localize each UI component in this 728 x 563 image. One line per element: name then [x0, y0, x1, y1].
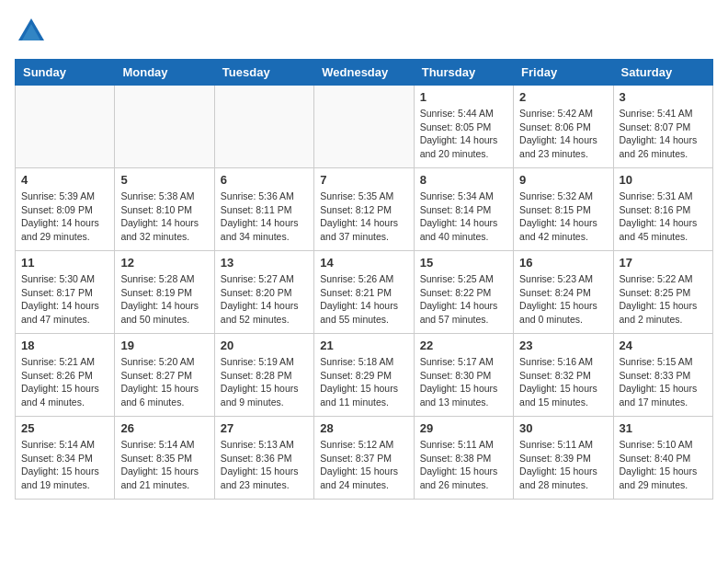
day-info: Sunrise: 5:28 AM Sunset: 8:19 PM Dayligh… [120, 272, 208, 327]
calendar-body: 1Sunrise: 5:44 AM Sunset: 8:05 PM Daylig… [16, 86, 713, 500]
week-row-5: 25Sunrise: 5:14 AM Sunset: 8:34 PM Dayli… [16, 417, 713, 500]
calendar-cell [115, 86, 214, 168]
day-info: Sunrise: 5:14 AM Sunset: 8:34 PM Dayligh… [21, 438, 108, 492]
calendar-cell: 1Sunrise: 5:44 AM Sunset: 8:05 PM Daylig… [414, 86, 513, 168]
calendar-cell: 3Sunrise: 5:41 AM Sunset: 8:07 PM Daylig… [613, 86, 712, 168]
day-info: Sunrise: 5:22 AM Sunset: 8:25 PM Dayligh… [620, 272, 707, 327]
calendar-table: SundayMondayTuesdayWednesdayThursdayFrid… [15, 59, 713, 500]
calendar-cell: 30Sunrise: 5:11 AM Sunset: 8:39 PM Dayli… [514, 417, 613, 500]
day-number: 27 [221, 421, 308, 435]
calendar-cell: 7Sunrise: 5:35 AM Sunset: 8:12 PM Daylig… [314, 168, 414, 251]
day-info: Sunrise: 5:16 AM Sunset: 8:32 PM Dayligh… [519, 355, 607, 409]
day-number: 28 [320, 421, 407, 435]
day-info: Sunrise: 5:38 AM Sunset: 8:10 PM Dayligh… [120, 190, 208, 244]
calendar-cell: 10Sunrise: 5:31 AM Sunset: 8:16 PM Dayli… [613, 168, 712, 251]
day-number: 31 [620, 421, 707, 435]
calendar-cell: 20Sunrise: 5:19 AM Sunset: 8:28 PM Dayli… [214, 334, 313, 417]
day-info: Sunrise: 5:12 AM Sunset: 8:37 PM Dayligh… [320, 438, 407, 492]
day-number: 26 [120, 421, 208, 435]
day-number: 23 [519, 339, 607, 352]
calendar-cell: 12Sunrise: 5:28 AM Sunset: 8:19 PM Dayli… [115, 251, 214, 334]
header-day-saturday: Saturday [613, 60, 712, 86]
day-info: Sunrise: 5:42 AM Sunset: 8:06 PM Dayligh… [519, 107, 607, 161]
logo [15, 15, 53, 48]
day-info: Sunrise: 5:44 AM Sunset: 8:05 PM Dayligh… [420, 107, 507, 161]
header-day-wednesday: Wednesday [314, 60, 414, 86]
week-row-3: 11Sunrise: 5:30 AM Sunset: 8:17 PM Dayli… [16, 251, 713, 334]
header-day-sunday: Sunday [16, 60, 115, 86]
day-info: Sunrise: 5:31 AM Sunset: 8:16 PM Dayligh… [620, 190, 707, 244]
calendar-cell: 4Sunrise: 5:39 AM Sunset: 8:09 PM Daylig… [16, 168, 115, 251]
day-info: Sunrise: 5:39 AM Sunset: 8:09 PM Dayligh… [21, 190, 108, 244]
calendar-cell: 23Sunrise: 5:16 AM Sunset: 8:32 PM Dayli… [514, 334, 613, 417]
calendar-cell: 28Sunrise: 5:12 AM Sunset: 8:37 PM Dayli… [314, 417, 414, 500]
calendar-cell: 13Sunrise: 5:27 AM Sunset: 8:20 PM Dayli… [214, 251, 313, 334]
day-info: Sunrise: 5:10 AM Sunset: 8:40 PM Dayligh… [620, 438, 707, 492]
calendar-cell: 26Sunrise: 5:14 AM Sunset: 8:35 PM Dayli… [115, 417, 214, 500]
calendar-cell [314, 86, 414, 168]
calendar-cell: 22Sunrise: 5:17 AM Sunset: 8:30 PM Dayli… [414, 334, 513, 417]
day-number: 11 [21, 256, 108, 270]
calendar-cell [16, 86, 115, 168]
page-header [15, 15, 713, 48]
day-number: 29 [420, 421, 507, 435]
day-number: 5 [120, 173, 208, 187]
day-number: 21 [320, 339, 407, 352]
day-info: Sunrise: 5:17 AM Sunset: 8:30 PM Dayligh… [420, 355, 507, 409]
day-number: 3 [620, 90, 707, 104]
day-number: 12 [120, 256, 208, 270]
day-info: Sunrise: 5:11 AM Sunset: 8:38 PM Dayligh… [420, 438, 507, 492]
day-number: 17 [620, 256, 707, 270]
day-number: 14 [320, 256, 407, 270]
day-number: 25 [21, 421, 108, 435]
day-number: 24 [620, 339, 707, 352]
day-number: 9 [519, 173, 607, 187]
day-info: Sunrise: 5:35 AM Sunset: 8:12 PM Dayligh… [320, 190, 407, 244]
day-number: 16 [519, 256, 607, 270]
day-info: Sunrise: 5:32 AM Sunset: 8:15 PM Dayligh… [519, 190, 607, 244]
day-number: 8 [420, 173, 507, 187]
header-day-friday: Friday [514, 60, 613, 86]
calendar-cell: 16Sunrise: 5:23 AM Sunset: 8:24 PM Dayli… [514, 251, 613, 334]
day-number: 20 [221, 339, 308, 352]
day-number: 18 [21, 339, 108, 352]
day-info: Sunrise: 5:18 AM Sunset: 8:29 PM Dayligh… [320, 355, 407, 409]
calendar-cell: 8Sunrise: 5:34 AM Sunset: 8:14 PM Daylig… [414, 168, 513, 251]
day-info: Sunrise: 5:21 AM Sunset: 8:26 PM Dayligh… [21, 355, 108, 409]
calendar-cell: 11Sunrise: 5:30 AM Sunset: 8:17 PM Dayli… [16, 251, 115, 334]
day-info: Sunrise: 5:34 AM Sunset: 8:14 PM Dayligh… [420, 190, 507, 244]
calendar-cell [214, 86, 313, 168]
calendar-cell: 31Sunrise: 5:10 AM Sunset: 8:40 PM Dayli… [613, 417, 712, 500]
calendar-cell: 17Sunrise: 5:22 AM Sunset: 8:25 PM Dayli… [613, 251, 712, 334]
calendar-cell: 25Sunrise: 5:14 AM Sunset: 8:34 PM Dayli… [16, 417, 115, 500]
calendar-cell: 6Sunrise: 5:36 AM Sunset: 8:11 PM Daylig… [214, 168, 313, 251]
day-number: 2 [519, 90, 607, 104]
day-number: 15 [420, 256, 507, 270]
day-info: Sunrise: 5:14 AM Sunset: 8:35 PM Dayligh… [120, 438, 208, 492]
day-number: 10 [620, 173, 707, 187]
day-number: 30 [519, 421, 607, 435]
week-row-4: 18Sunrise: 5:21 AM Sunset: 8:26 PM Dayli… [16, 334, 713, 417]
day-info: Sunrise: 5:13 AM Sunset: 8:36 PM Dayligh… [221, 438, 308, 492]
day-number: 22 [420, 339, 507, 352]
day-number: 4 [21, 173, 108, 187]
day-info: Sunrise: 5:36 AM Sunset: 8:11 PM Dayligh… [221, 190, 308, 244]
day-number: 13 [221, 256, 308, 270]
day-number: 7 [320, 173, 407, 187]
day-info: Sunrise: 5:15 AM Sunset: 8:33 PM Dayligh… [620, 355, 707, 409]
calendar-cell: 15Sunrise: 5:25 AM Sunset: 8:22 PM Dayli… [414, 251, 513, 334]
header-day-thursday: Thursday [414, 60, 513, 86]
week-row-2: 4Sunrise: 5:39 AM Sunset: 8:09 PM Daylig… [16, 168, 713, 251]
calendar-cell: 24Sunrise: 5:15 AM Sunset: 8:33 PM Dayli… [613, 334, 712, 417]
calendar-cell: 18Sunrise: 5:21 AM Sunset: 8:26 PM Dayli… [16, 334, 115, 417]
day-info: Sunrise: 5:11 AM Sunset: 8:39 PM Dayligh… [519, 438, 607, 492]
logo-icon [15, 15, 48, 48]
day-number: 1 [420, 90, 507, 104]
day-info: Sunrise: 5:30 AM Sunset: 8:17 PM Dayligh… [21, 272, 108, 327]
day-info: Sunrise: 5:27 AM Sunset: 8:20 PM Dayligh… [221, 272, 308, 327]
header-row: SundayMondayTuesdayWednesdayThursdayFrid… [16, 60, 713, 86]
header-day-monday: Monday [115, 60, 214, 86]
day-info: Sunrise: 5:41 AM Sunset: 8:07 PM Dayligh… [620, 107, 707, 161]
calendar-cell: 5Sunrise: 5:38 AM Sunset: 8:10 PM Daylig… [115, 168, 214, 251]
calendar-cell: 9Sunrise: 5:32 AM Sunset: 8:15 PM Daylig… [514, 168, 613, 251]
